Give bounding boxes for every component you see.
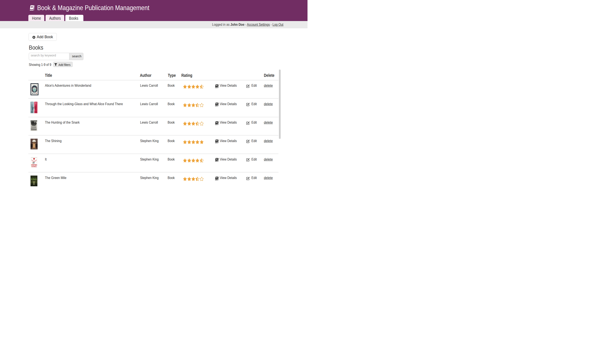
- svg-text:STEPHEN: STEPHEN: [32, 176, 37, 178]
- svg-text:KING: KING: [31, 178, 37, 181]
- svg-text:IT: IT: [33, 162, 35, 164]
- svg-text:KING: KING: [32, 166, 37, 168]
- svg-text:STEPHEN: STEPHEN: [31, 164, 37, 166]
